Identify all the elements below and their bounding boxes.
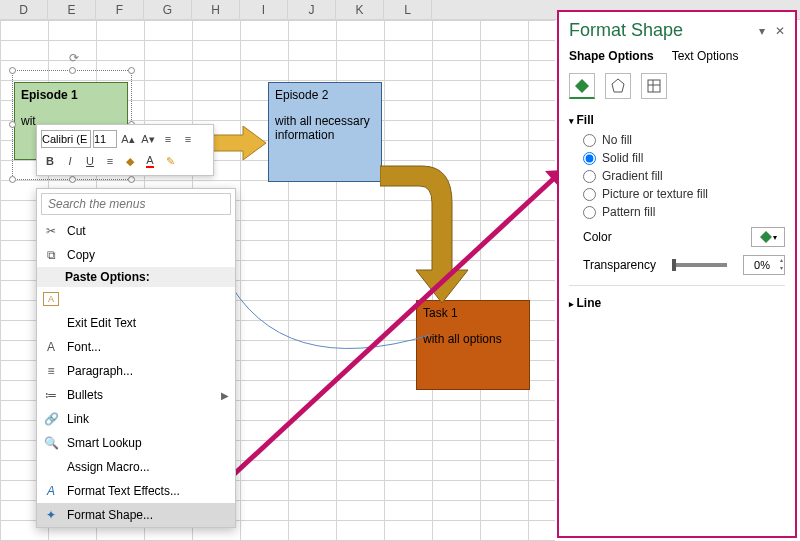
resize-handle[interactable] <box>9 176 16 183</box>
paste-options-header: Paste Options: <box>37 267 235 287</box>
decrease-font-icon[interactable]: A▾ <box>139 130 157 148</box>
resize-handle[interactable] <box>69 176 76 183</box>
tab-text-options[interactable]: Text Options <box>672 49 739 63</box>
column-header[interactable]: I <box>240 0 288 19</box>
context-menu: ✂Cut ⧉Copy Paste Options: A Exit Edit Te… <box>36 188 236 528</box>
increase-indent-icon[interactable]: ≡ <box>179 130 197 148</box>
font-icon: A <box>43 340 59 354</box>
menu-label: Font... <box>67 340 101 354</box>
menu-label: Format Text Effects... <box>67 484 180 498</box>
font-size-input[interactable] <box>93 130 117 148</box>
connector-curve[interactable] <box>220 270 440 350</box>
column-header[interactable]: J <box>288 0 336 19</box>
align-icon[interactable]: ≡ <box>101 152 119 170</box>
fill-line-tab-icon[interactable] <box>569 73 595 99</box>
shape-title: Episode 2 <box>275 88 375 102</box>
shape-episode-2[interactable]: Episode 2 with all necessary information <box>268 82 382 182</box>
resize-handle[interactable] <box>9 67 16 74</box>
format-shape-panel: Format Shape ▾ ✕ Shape Options Text Opti… <box>557 10 797 538</box>
radio-picture-fill[interactable]: Picture or texture fill <box>583 187 785 201</box>
menu-label: Exit Edit Text <box>67 316 136 330</box>
decrease-indent-icon[interactable]: ≡ <box>159 130 177 148</box>
paragraph-icon: ≡ <box>43 364 59 378</box>
radio-solid-fill[interactable]: Solid fill <box>583 151 785 165</box>
increase-font-icon[interactable]: A▴ <box>119 130 137 148</box>
menu-font[interactable]: AFont... <box>37 335 235 359</box>
shape-body: with all necessary information <box>275 114 375 142</box>
submenu-arrow-icon: ▶ <box>221 390 229 401</box>
font-family-input[interactable] <box>41 130 91 148</box>
menu-label: Cut <box>67 224 86 238</box>
column-header[interactable]: F <box>96 0 144 19</box>
menu-cut[interactable]: ✂Cut <box>37 219 235 243</box>
svg-rect-5 <box>648 80 660 92</box>
bold-button[interactable]: B <box>41 152 59 170</box>
resize-handle[interactable] <box>69 67 76 74</box>
radio-pattern-fill[interactable]: Pattern fill <box>583 205 785 219</box>
text-effects-icon: A <box>43 484 59 498</box>
paste-keep-text[interactable]: A <box>37 287 235 311</box>
column-header[interactable]: L <box>384 0 432 19</box>
format-painter-icon[interactable]: ✎ <box>161 152 179 170</box>
mini-toolbar: A▴ A▾ ≡ ≡ B I U ≡ ◆ A ✎ <box>36 124 214 176</box>
menu-label: Smart Lookup <box>67 436 142 450</box>
effects-tab-icon[interactable] <box>605 73 631 99</box>
menu-label: Copy <box>67 248 95 262</box>
rotate-handle-icon[interactable]: ⟳ <box>69 51 79 65</box>
color-label: Color <box>583 230 612 244</box>
paste-text-icon: A <box>43 292 59 306</box>
resize-handle[interactable] <box>128 176 135 183</box>
close-icon[interactable]: ✕ <box>775 24 785 38</box>
fill-color-icon[interactable]: ◆ <box>121 152 139 170</box>
cut-icon: ✂ <box>43 224 59 238</box>
bullets-icon: ≔ <box>43 388 59 402</box>
resize-handle[interactable] <box>9 121 16 128</box>
svg-marker-3 <box>575 79 589 93</box>
menu-label: Format Shape... <box>67 508 153 522</box>
transparency-label: Transparency <box>583 258 656 272</box>
transparency-value[interactable]: 0% <box>743 255 785 275</box>
search-menus-input[interactable] <box>41 193 231 215</box>
menu-paragraph[interactable]: ≡Paragraph... <box>37 359 235 383</box>
menu-link[interactable]: 🔗Link <box>37 407 235 431</box>
menu-format-shape[interactable]: ✦Format Shape... <box>37 503 235 527</box>
menu-label: Link <box>67 412 89 426</box>
menu-assign-macro[interactable]: Assign Macro... <box>37 455 235 479</box>
panel-title: Format Shape <box>569 20 683 41</box>
menu-copy[interactable]: ⧉Copy <box>37 243 235 267</box>
radio-no-fill[interactable]: No fill <box>583 133 785 147</box>
svg-marker-8 <box>760 231 772 243</box>
copy-icon: ⧉ <box>43 248 59 262</box>
link-icon: 🔗 <box>43 412 59 426</box>
size-tab-icon[interactable] <box>641 73 667 99</box>
radio-gradient-fill[interactable]: Gradient fill <box>583 169 785 183</box>
transparency-slider[interactable] <box>672 263 727 267</box>
color-picker-button[interactable]: ▾ <box>751 227 785 247</box>
lookup-icon: 🔍 <box>43 436 59 450</box>
resize-handle[interactable] <box>128 67 135 74</box>
column-header[interactable]: G <box>144 0 192 19</box>
menu-label: Bullets <box>67 388 103 402</box>
svg-marker-4 <box>612 79 624 92</box>
column-header[interactable]: K <box>336 0 384 19</box>
menu-exit-edit-text[interactable]: Exit Edit Text <box>37 311 235 335</box>
menu-label: Paragraph... <box>67 364 133 378</box>
panel-options-icon[interactable]: ▾ <box>759 24 765 38</box>
section-fill[interactable]: Fill <box>569 113 785 127</box>
italic-button[interactable]: I <box>61 152 79 170</box>
menu-format-text-effects[interactable]: AFormat Text Effects... <box>37 479 235 503</box>
menu-label: Assign Macro... <box>67 460 150 474</box>
column-header[interactable]: E <box>48 0 96 19</box>
menu-smart-lookup[interactable]: 🔍Smart Lookup <box>37 431 235 455</box>
menu-bullets[interactable]: ≔Bullets▶ <box>37 383 235 407</box>
format-shape-icon: ✦ <box>43 508 59 522</box>
tab-shape-options[interactable]: Shape Options <box>569 49 654 63</box>
column-header[interactable]: H <box>192 0 240 19</box>
font-color-icon[interactable]: A <box>141 152 159 170</box>
underline-button[interactable]: U <box>81 152 99 170</box>
column-header[interactable]: D <box>0 0 48 19</box>
section-line[interactable]: Line <box>569 296 785 310</box>
